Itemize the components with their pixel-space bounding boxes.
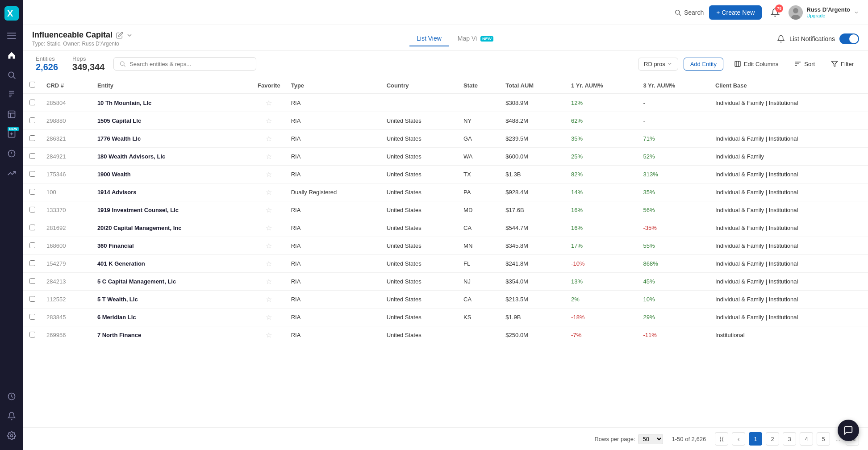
row-checkbox[interactable] <box>29 135 35 141</box>
row-checkbox[interactable] <box>29 171 35 177</box>
star-icon[interactable]: ☆ <box>266 278 272 285</box>
edit-columns-button[interactable]: Edit Columns <box>729 58 784 70</box>
favorite-cell[interactable]: ☆ <box>252 148 286 166</box>
user-menu[interactable]: Russ D'Argento Upgrade <box>789 5 859 20</box>
row-checkbox-cell[interactable] <box>23 148 41 166</box>
row-checkbox-cell[interactable] <box>23 112 41 130</box>
tab-map-view[interactable]: Map Vi NEW <box>451 31 501 46</box>
favorite-cell[interactable]: ☆ <box>252 166 286 183</box>
entity-name-cell[interactable]: 1776 Wealth Llc <box>92 130 252 148</box>
row-checkbox-cell[interactable] <box>23 94 41 112</box>
row-checkbox-cell[interactable] <box>23 326 41 344</box>
row-checkbox[interactable] <box>29 225 35 230</box>
rows-per-page-select[interactable]: 50 100 200 <box>638 434 663 444</box>
entity-name-cell[interactable]: 20/20 Capital Management, Inc <box>92 219 252 237</box>
entities-tab[interactable]: Entities 2,626 <box>32 55 62 72</box>
favorite-cell[interactable]: ☆ <box>252 308 286 326</box>
entity-name-cell[interactable]: 1919 Investment Counsel, Llc <box>92 201 252 219</box>
row-checkbox-cell[interactable] <box>23 255 41 273</box>
star-icon[interactable]: ☆ <box>266 296 272 303</box>
reps-tab[interactable]: Reps 349,344 <box>69 55 108 72</box>
sort-button[interactable]: Sort <box>789 58 820 70</box>
edit-icon[interactable] <box>116 32 123 39</box>
page-3-button[interactable]: 3 <box>783 432 796 446</box>
sidebar-item-settings[interactable] <box>3 427 21 445</box>
tab-list-view[interactable]: List View <box>409 31 449 46</box>
row-checkbox[interactable] <box>29 207 35 212</box>
entity-name-cell[interactable]: 1914 Advisors <box>92 183 252 201</box>
row-checkbox[interactable] <box>29 260 35 266</box>
chevron-down-icon[interactable] <box>126 32 133 39</box>
favorite-cell[interactable]: ☆ <box>252 255 286 273</box>
star-icon[interactable]: ☆ <box>266 153 272 160</box>
star-icon[interactable]: ☆ <box>266 313 272 321</box>
favorite-cell[interactable]: ☆ <box>252 237 286 255</box>
search-box[interactable] <box>113 57 256 71</box>
sidebar-item-home[interactable] <box>3 46 21 64</box>
sidebar-item-trending[interactable] <box>3 164 21 182</box>
favorite-cell[interactable]: ☆ <box>252 219 286 237</box>
entity-name-cell[interactable]: 1900 Wealth <box>92 166 252 183</box>
row-checkbox-cell[interactable] <box>23 183 41 201</box>
prev-page-button[interactable]: ‹ <box>732 432 745 446</box>
star-icon[interactable]: ☆ <box>266 99 272 107</box>
row-checkbox-cell[interactable] <box>23 291 41 308</box>
entity-name-cell[interactable]: 6 Meridian Llc <box>92 308 252 326</box>
favorite-cell[interactable]: ☆ <box>252 112 286 130</box>
favorite-cell[interactable]: ☆ <box>252 326 286 344</box>
favorite-cell[interactable]: ☆ <box>252 291 286 308</box>
notifications-toggle[interactable] <box>839 33 859 44</box>
notification-button[interactable]: 75 <box>767 4 783 21</box>
page-5-button[interactable]: 5 <box>817 432 830 446</box>
sidebar-item-search[interactable] <box>3 66 21 84</box>
entity-name-cell[interactable]: 5 C Capital Management, Llc <box>92 273 252 291</box>
sidebar-item-history[interactable] <box>3 388 21 405</box>
row-checkbox-cell[interactable] <box>23 273 41 291</box>
star-icon[interactable]: ☆ <box>266 242 272 250</box>
row-checkbox[interactable] <box>29 242 35 248</box>
entity-name-cell[interactable]: 360 Financial <box>92 237 252 255</box>
list-title-icons[interactable] <box>116 32 133 39</box>
row-checkbox[interactable] <box>29 332 35 338</box>
rd-pros-button[interactable]: RD pros <box>638 58 678 71</box>
row-checkbox-cell[interactable] <box>23 308 41 326</box>
row-checkbox-cell[interactable] <box>23 237 41 255</box>
sidebar-item-alerts[interactable] <box>3 407 21 425</box>
entity-name-cell[interactable]: 5 T Wealth, Llc <box>92 291 252 308</box>
favorite-cell[interactable]: ☆ <box>252 94 286 112</box>
select-all-header[interactable] <box>23 77 41 94</box>
row-checkbox[interactable] <box>29 153 35 159</box>
row-checkbox-cell[interactable] <box>23 166 41 183</box>
entity-name-cell[interactable]: 10 Th Mountain, Llc <box>92 94 252 112</box>
app-logo[interactable]: X <box>4 5 20 21</box>
chat-button[interactable] <box>838 420 859 441</box>
first-page-button[interactable]: ⟨⟨ <box>715 432 728 446</box>
sidebar-item-feed[interactable] <box>3 86 21 104</box>
row-checkbox[interactable] <box>29 296 35 302</box>
entity-name-cell[interactable]: 1505 Capital Llc <box>92 112 252 130</box>
search-input[interactable] <box>129 61 250 67</box>
row-checkbox-cell[interactable] <box>23 201 41 219</box>
row-checkbox-cell[interactable] <box>23 219 41 237</box>
create-new-button[interactable]: + Create New <box>709 5 762 20</box>
filter-button[interactable]: Filter <box>826 58 859 70</box>
star-icon[interactable]: ☆ <box>266 171 272 178</box>
star-icon[interactable]: ☆ <box>266 206 272 214</box>
sidebar-item-analytics[interactable] <box>3 145 21 162</box>
favorite-cell[interactable]: ☆ <box>252 183 286 201</box>
page-4-button[interactable]: 4 <box>800 432 813 446</box>
star-icon[interactable]: ☆ <box>266 188 272 196</box>
entity-name-cell[interactable]: 180 Wealth Advisors, Llc <box>92 148 252 166</box>
add-entity-button[interactable]: Add Entity <box>684 58 723 71</box>
row-checkbox[interactable] <box>29 189 35 195</box>
favorite-cell[interactable]: ☆ <box>252 273 286 291</box>
row-checkbox[interactable] <box>29 314 35 320</box>
favorite-cell[interactable]: ☆ <box>252 130 286 148</box>
row-checkbox[interactable] <box>29 278 35 284</box>
search-button[interactable]: Search <box>674 9 704 16</box>
sidebar-item-lists[interactable] <box>3 105 21 123</box>
sidebar-item-menu[interactable] <box>3 27 21 45</box>
row-checkbox-cell[interactable] <box>23 130 41 148</box>
entity-name-cell[interactable]: 401 K Generation <box>92 255 252 273</box>
star-icon[interactable]: ☆ <box>266 117 272 125</box>
